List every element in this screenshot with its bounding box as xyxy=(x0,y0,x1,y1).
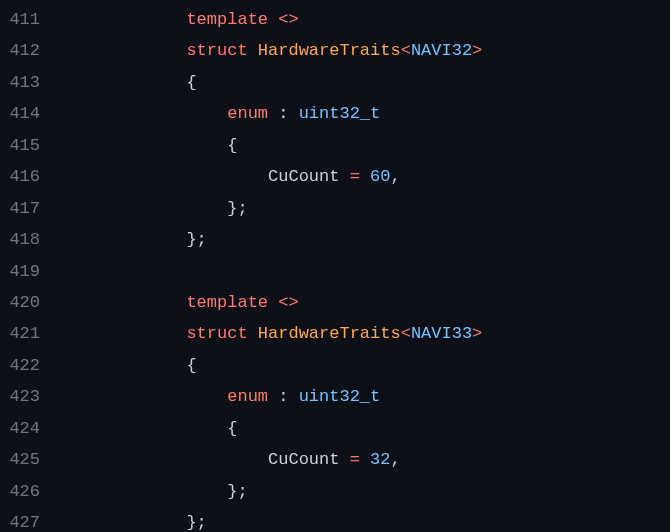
line-number: 424 xyxy=(0,413,64,444)
line-number: 412 xyxy=(0,35,64,66)
token-cls: HardwareTraits xyxy=(258,41,401,60)
token-punc xyxy=(64,387,227,406)
code-content: struct HardwareTraits<NAVI33> xyxy=(64,318,482,349)
token-punc xyxy=(64,450,268,469)
code-line: 426 }; xyxy=(0,476,670,507)
token-punc xyxy=(64,167,268,186)
token-punc: : xyxy=(268,387,299,406)
token-op: <> xyxy=(278,293,298,312)
line-number: 413 xyxy=(0,67,64,98)
line-number: 426 xyxy=(0,476,64,507)
code-line: 417 }; xyxy=(0,193,670,224)
token-op: > xyxy=(472,324,482,343)
token-type: NAVI33 xyxy=(411,324,472,343)
line-number: 411 xyxy=(0,4,64,35)
token-punc: { xyxy=(64,73,197,92)
code-content: enum : uint32_t xyxy=(64,381,380,412)
token-punc: }; xyxy=(64,513,207,532)
token-op: <> xyxy=(278,10,298,29)
token-id: CuCount xyxy=(268,450,339,469)
token-op: = xyxy=(350,450,360,469)
line-number: 415 xyxy=(0,130,64,161)
token-kw: enum xyxy=(227,387,268,406)
code-line: 427 }; xyxy=(0,507,670,532)
line-number: 418 xyxy=(0,224,64,255)
token-kw: enum xyxy=(227,104,268,123)
code-content: template <> xyxy=(64,287,299,318)
code-content: { xyxy=(64,130,237,161)
token-punc xyxy=(64,10,186,29)
token-kw: struct xyxy=(186,41,247,60)
token-type: uint32_t xyxy=(299,104,381,123)
code-line: 412 struct HardwareTraits<NAVI32> xyxy=(0,35,670,66)
token-punc xyxy=(64,41,186,60)
line-number: 427 xyxy=(0,507,64,532)
code-line: 425 CuCount = 32, xyxy=(0,444,670,475)
token-punc xyxy=(360,450,370,469)
line-number: 422 xyxy=(0,350,64,381)
code-content: template <> xyxy=(64,4,299,35)
code-line: 411 template <> xyxy=(0,4,670,35)
code-line: 418 }; xyxy=(0,224,670,255)
token-num: 32 xyxy=(370,450,390,469)
code-line: 413 { xyxy=(0,67,670,98)
token-punc xyxy=(339,450,349,469)
line-number: 416 xyxy=(0,161,64,192)
line-number: 414 xyxy=(0,98,64,129)
token-punc: { xyxy=(64,136,237,155)
token-op: < xyxy=(401,41,411,60)
token-punc xyxy=(64,324,186,343)
line-number: 420 xyxy=(0,287,64,318)
token-punc: }; xyxy=(64,230,207,249)
line-number: 417 xyxy=(0,193,64,224)
code-line: 419 xyxy=(0,256,670,287)
code-content: CuCount = 32, xyxy=(64,444,401,475)
code-content: }; xyxy=(64,224,207,255)
code-line: 424 { xyxy=(0,413,670,444)
token-kw: template xyxy=(186,293,268,312)
token-punc: }; xyxy=(64,482,248,501)
token-op: = xyxy=(350,167,360,186)
token-op: > xyxy=(472,41,482,60)
code-content: { xyxy=(64,350,197,381)
code-line: 423 enum : uint32_t xyxy=(0,381,670,412)
token-punc xyxy=(339,167,349,186)
code-content: CuCount = 60, xyxy=(64,161,401,192)
token-kw: struct xyxy=(186,324,247,343)
line-number: 421 xyxy=(0,318,64,349)
token-type: NAVI32 xyxy=(411,41,472,60)
token-punc xyxy=(360,167,370,186)
code-content: { xyxy=(64,67,197,98)
token-punc: , xyxy=(390,167,400,186)
code-content: struct HardwareTraits<NAVI32> xyxy=(64,35,482,66)
code-content: }; xyxy=(64,507,207,532)
token-punc: : xyxy=(268,104,299,123)
token-punc: , xyxy=(390,450,400,469)
code-content: }; xyxy=(64,476,248,507)
token-num: 60 xyxy=(370,167,390,186)
token-punc xyxy=(268,293,278,312)
token-cls: HardwareTraits xyxy=(258,324,401,343)
line-number: 423 xyxy=(0,381,64,412)
code-editor: 411 template <>412 struct HardwareTraits… xyxy=(0,4,670,532)
code-line: 415 { xyxy=(0,130,670,161)
token-punc xyxy=(268,10,278,29)
token-punc xyxy=(64,104,227,123)
token-punc xyxy=(248,324,258,343)
code-line: 414 enum : uint32_t xyxy=(0,98,670,129)
token-type: uint32_t xyxy=(299,387,381,406)
code-content: { xyxy=(64,413,237,444)
token-op: < xyxy=(401,324,411,343)
code-content: enum : uint32_t xyxy=(64,98,380,129)
code-line: 416 CuCount = 60, xyxy=(0,161,670,192)
token-punc: { xyxy=(64,356,197,375)
code-line: 421 struct HardwareTraits<NAVI33> xyxy=(0,318,670,349)
code-content: }; xyxy=(64,193,248,224)
token-punc: { xyxy=(64,419,237,438)
token-punc: }; xyxy=(64,199,248,218)
token-punc xyxy=(248,41,258,60)
line-number: 425 xyxy=(0,444,64,475)
token-kw: template xyxy=(186,10,268,29)
token-id: CuCount xyxy=(268,167,339,186)
line-number: 419 xyxy=(0,256,64,287)
